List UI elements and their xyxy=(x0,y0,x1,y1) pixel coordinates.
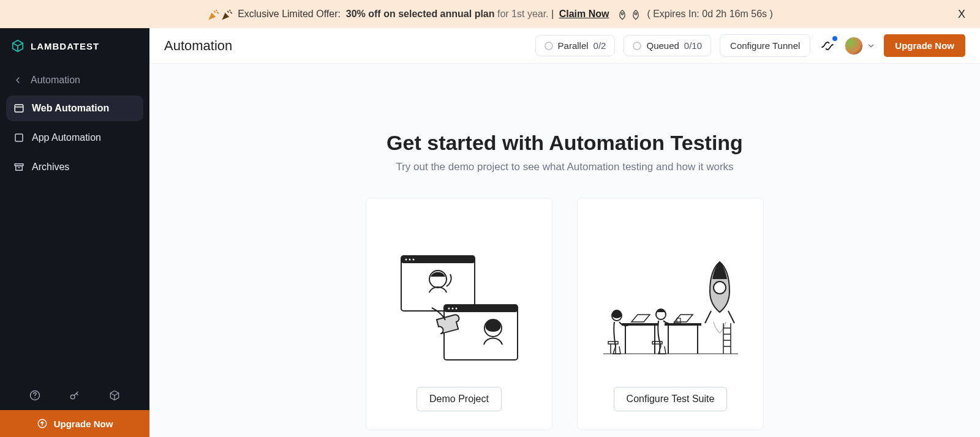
sidebar-nav: Automation Web Automation App Automation… xyxy=(0,64,149,180)
sidebar-upgrade-button[interactable]: Upgrade Now xyxy=(0,410,149,437)
avatar xyxy=(845,37,863,55)
promo-prefix: Exclusive Limited Offer: xyxy=(238,9,341,20)
queued-label: Queued xyxy=(646,40,679,51)
demo-project-card: Demo Project xyxy=(366,198,552,430)
svg-rect-28 xyxy=(652,342,662,344)
svg-point-1 xyxy=(635,13,637,15)
hero-heading: Get started with Automation Testing xyxy=(149,131,980,155)
promo-banner: Exclusive Limited Offer: 30% off on sele… xyxy=(0,0,980,28)
content: Get started with Automation Testing Try … xyxy=(149,64,980,437)
parallel-indicator[interactable]: Parallel 0/2 xyxy=(535,35,616,56)
chevron-down-icon xyxy=(867,42,875,50)
nav-back-automation[interactable]: Automation xyxy=(6,69,143,92)
party-popper-icon xyxy=(207,9,233,21)
svg-point-12 xyxy=(405,259,407,261)
topbar: Automation Parallel 0/2 Queued 0/10 Conf… xyxy=(149,28,980,64)
brand[interactable]: LAMBDATEST xyxy=(0,28,149,64)
account-menu[interactable] xyxy=(845,37,875,55)
upgrade-now-button[interactable]: Upgrade Now xyxy=(884,34,965,57)
configure-tunnel-button[interactable]: Configure Tunnel xyxy=(720,34,810,57)
queued-value: 0/10 xyxy=(684,40,702,51)
svg-point-22 xyxy=(714,282,726,294)
archive-icon xyxy=(13,162,24,173)
parallel-value: 0/2 xyxy=(594,40,606,51)
svg-point-19 xyxy=(451,308,453,310)
upgrade-arrow-icon xyxy=(37,418,48,429)
queued-indicator[interactable]: Queued 0/10 xyxy=(624,35,711,56)
svg-rect-25 xyxy=(608,342,618,344)
sidebar-utility-icons xyxy=(0,381,149,410)
help-icon[interactable] xyxy=(29,389,41,402)
hero-subtitle: Try out the demo project to see what Aut… xyxy=(149,161,980,173)
svg-rect-17 xyxy=(444,305,518,312)
notifications-button[interactable] xyxy=(819,37,836,54)
promo-expires: ( Expires In: 0d 2h 16m 56s ) xyxy=(647,9,772,20)
nav-parent-label: Automation xyxy=(31,75,80,86)
demo-illustration xyxy=(395,229,524,387)
sidebar: LAMBDATEST Automation Web Automation App xyxy=(0,28,149,437)
sidebar-item-label: Web Automation xyxy=(32,103,109,114)
svg-rect-16 xyxy=(444,305,518,360)
configure-test-suite-button[interactable]: Configure Test Suite xyxy=(614,387,728,411)
brand-name: LAMBDATEST xyxy=(31,41,99,51)
sidebar-item-app-automation[interactable]: App Automation xyxy=(6,125,143,151)
svg-point-13 xyxy=(409,259,410,261)
sidebar-item-web-automation[interactable]: Web Automation xyxy=(6,95,143,121)
page-title: Automation xyxy=(164,38,232,54)
sidebar-item-label: App Automation xyxy=(32,132,101,143)
svg-point-14 xyxy=(412,259,414,261)
sidebar-upgrade-label: Upgrade Now xyxy=(54,419,113,429)
brand-logo-icon xyxy=(11,39,24,53)
hero: Get started with Automation Testing Try … xyxy=(149,131,980,173)
promo-discount: 30% off on selected annual plan xyxy=(346,9,495,20)
parallel-label: Parallel xyxy=(558,40,589,51)
claim-now-link[interactable]: Claim Now xyxy=(559,9,609,20)
sidebar-item-label: Archives xyxy=(32,162,69,173)
configure-suite-card: Configure Test Suite xyxy=(577,198,764,430)
svg-rect-11 xyxy=(401,256,475,263)
key-icon[interactable] xyxy=(69,389,81,402)
chevron-left-icon xyxy=(12,75,23,86)
rocket-icon-group xyxy=(616,9,642,21)
notification-badge xyxy=(831,35,839,42)
main: Automation Parallel 0/2 Queued 0/10 Conf… xyxy=(149,28,980,437)
configure-illustration xyxy=(597,229,744,387)
svg-rect-2 xyxy=(15,105,23,112)
svg-point-7 xyxy=(34,397,36,398)
promo-suffix: for 1st year. xyxy=(497,9,549,20)
svg-point-18 xyxy=(448,308,450,310)
app-icon xyxy=(13,132,24,143)
promo-close-button[interactable]: X xyxy=(958,8,965,21)
demo-project-button[interactable]: Demo Project xyxy=(417,387,502,411)
cards-row: Demo Project xyxy=(149,198,980,430)
svg-rect-3 xyxy=(15,134,23,141)
browser-icon xyxy=(13,103,24,114)
sidebar-item-archives[interactable]: Archives xyxy=(6,154,143,180)
status-dot-icon xyxy=(545,42,553,50)
svg-point-20 xyxy=(455,308,457,310)
svg-point-0 xyxy=(622,13,624,15)
integrations-icon[interactable] xyxy=(108,389,121,402)
status-dot-icon xyxy=(633,42,641,50)
